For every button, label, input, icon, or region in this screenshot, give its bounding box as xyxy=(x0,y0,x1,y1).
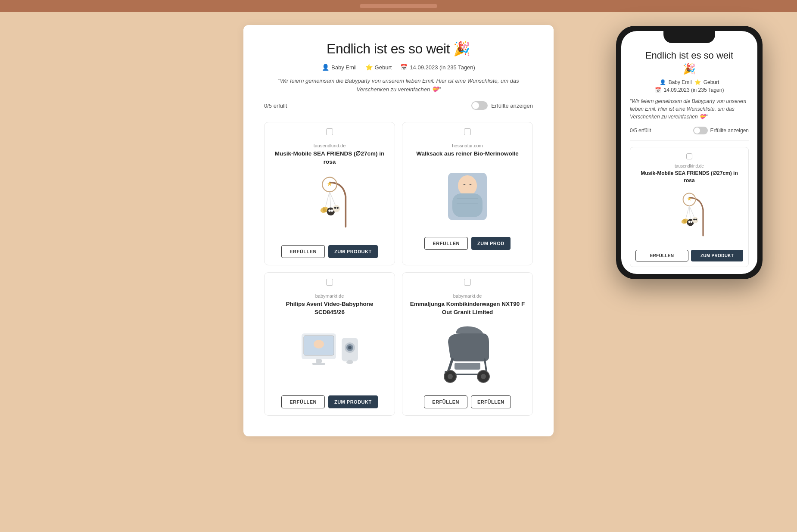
product-source-stroller: babymarkt.de xyxy=(409,293,526,299)
phone-toggle-label: Erfüllte anzeigen xyxy=(710,128,749,134)
product-name-music-mobile: Musik-Mobile SEA FRIENDS (∅27cm) in rosa xyxy=(271,150,388,166)
card-description: "Wir feiern gemeinsam die Babyparty von … xyxy=(264,77,533,93)
phone-person-icon: 👤 xyxy=(660,79,666,85)
zum-produkt-button-music-mobile[interactable]: ZUM PRODUKT xyxy=(328,245,378,258)
svg-rect-21 xyxy=(314,348,324,355)
phone-product-card: tausendkind.de Musik-Mobile SEA FRIENDS … xyxy=(630,147,749,267)
product-image-babyphone xyxy=(271,322,388,389)
svg-point-11 xyxy=(336,207,339,209)
phone-calendar-icon: 📅 xyxy=(655,87,661,93)
phone-meta: 👤 Baby Emil ⭐ Geburt 📅 14.09.2023 (in 23… xyxy=(630,79,749,93)
svg-point-47 xyxy=(693,218,695,220)
product-source-walksack: hessnatur.com xyxy=(409,143,526,148)
phone-product-actions: ERFÜLLEN ZUM PRODUKT xyxy=(635,250,743,261)
star-icon: ⭐ xyxy=(365,64,373,71)
phone-product-source: tausendkind.de xyxy=(635,164,743,168)
zum-produkt-button-walksack[interactable]: ZUM PROD xyxy=(471,237,511,250)
phone-header: Endlich ist es so weit 🎉 xyxy=(630,50,749,75)
svg-point-46 xyxy=(692,217,698,223)
product-checkbox-stroller[interactable] xyxy=(464,279,471,286)
zum-produkt-button-babyphone[interactable]: ZUM PRODUKT xyxy=(328,395,378,408)
phone-emoji: 🎉 xyxy=(630,63,749,75)
svg-point-8 xyxy=(331,209,333,212)
phone-notch xyxy=(663,31,715,43)
product-actions-music-mobile: ERFÜLLEN ZUM PRODUKT xyxy=(271,245,388,258)
phone-fulfilled-toggle[interactable] xyxy=(693,127,708,134)
svg-point-7 xyxy=(328,209,331,212)
svg-line-1 xyxy=(326,192,330,207)
meta-date-label: 14.09.2023 (in 235 Tagen) xyxy=(410,64,475,71)
product-checkbox-babyphone[interactable] xyxy=(326,279,333,286)
svg-rect-30 xyxy=(348,360,352,363)
svg-line-38 xyxy=(686,205,689,218)
svg-rect-15 xyxy=(452,193,483,217)
phone-description: "Wir feiern gemeinsam die Babyparty von … xyxy=(630,97,749,121)
erfuellen-button-music-mobile[interactable]: ERFÜLLEN xyxy=(281,245,325,258)
product-card-music-mobile: tausendkind.de Musik-Mobile SEA FRIENDS … xyxy=(264,122,395,265)
main-card: Endlich ist es so weit 🎉 👤 Baby Emil ⭐ G… xyxy=(243,25,554,436)
product-checkbox-walksack[interactable] xyxy=(464,128,471,135)
phone-progress-label: 0/5 erfüllt xyxy=(630,128,651,134)
phone-meta-name: Baby Emil xyxy=(669,79,692,85)
progress-label: 0/5 erfüllt xyxy=(264,103,287,109)
phone-inner: Endlich ist es so weit 🎉 👤 Baby Emil ⭐ G… xyxy=(621,31,757,274)
svg-rect-23 xyxy=(316,359,322,363)
meta-date: 📅 14.09.2023 (in 235 Tagen) xyxy=(400,64,475,71)
toggle-label: Erfüllte anzeigen xyxy=(491,103,533,109)
card-meta: 👤 Baby Emil ⭐ Geburt 📅 14.09.2023 (in 23… xyxy=(264,64,533,71)
phone-meta-date-row: 📅 14.09.2023 (in 235 Tagen) xyxy=(655,87,724,93)
meta-name: 👤 Baby Emil xyxy=(322,64,357,71)
product-image-music-mobile xyxy=(271,171,388,238)
svg-point-44 xyxy=(688,221,691,223)
calendar-icon: 📅 xyxy=(400,64,408,71)
svg-point-28 xyxy=(348,346,352,349)
product-card-babyphone: babymarkt.de Philips Avent Video-Babypho… xyxy=(264,272,395,416)
zum-produkt-button-stroller-2[interactable]: ERFÜLLEN xyxy=(471,395,511,408)
phone-erfuellen-button[interactable]: ERFÜLLEN xyxy=(635,250,688,261)
product-name-walksack: Walksack aus reiner Bio-Merinowolle xyxy=(409,150,526,158)
product-actions-stroller: ERFÜLLEN ERFÜLLEN xyxy=(409,395,526,408)
erfuellen-button-babyphone[interactable]: ERFÜLLEN xyxy=(281,395,325,408)
card-header: Endlich ist es so weit 🎉 xyxy=(264,40,533,57)
product-image-walksack xyxy=(409,163,526,230)
phone-content: Endlich ist es so weit 🎉 👤 Baby Emil ⭐ G… xyxy=(621,43,757,274)
phone-title: Endlich ist es so weit xyxy=(630,50,749,61)
svg-point-48 xyxy=(695,218,697,220)
fulfilled-toggle[interactable] xyxy=(471,101,488,110)
phone-product-checkbox[interactable] xyxy=(686,153,692,159)
svg-point-9 xyxy=(333,205,340,212)
phone-zum-produkt-button[interactable]: ZUM PRODUKT xyxy=(691,250,743,261)
top-bar xyxy=(0,0,797,12)
meta-name-label: Baby Emil xyxy=(331,64,357,71)
phone-mockup: Endlich ist es so weit 🎉 👤 Baby Emil ⭐ G… xyxy=(616,26,763,279)
product-source-music-mobile: tausendkind.de xyxy=(271,143,388,148)
top-bar-pill xyxy=(360,4,437,8)
phone-meta-name-row: 👤 Baby Emil ⭐ Geburt xyxy=(660,79,719,85)
page-title: Endlich ist es so weit 🎉 xyxy=(264,40,533,57)
product-actions-walksack: ERFÜLLEN ZUM PROD xyxy=(409,237,526,250)
progress-row: 0/5 erfüllt Erfüllte anzeigen xyxy=(264,101,533,110)
phone-product-image xyxy=(635,189,743,245)
erfuellen-button-walksack[interactable]: ERFÜLLEN xyxy=(424,237,468,250)
product-name-stroller: Emmaljunga Kombikinderwagen NXT90 F Out … xyxy=(409,300,526,317)
svg-point-35 xyxy=(481,374,486,379)
svg-point-45 xyxy=(690,221,692,223)
meta-event-label: Geburt xyxy=(375,64,392,71)
product-image-stroller xyxy=(409,322,526,389)
product-grid: tausendkind.de Musik-Mobile SEA FRIENDS … xyxy=(264,122,533,416)
svg-rect-24 xyxy=(312,363,325,365)
product-card-walksack: hessnatur.com Walksack aus reiner Bio-Me… xyxy=(402,122,533,265)
product-checkbox-music-mobile[interactable] xyxy=(326,128,333,135)
svg-point-14 xyxy=(458,175,477,196)
svg-rect-36 xyxy=(455,363,480,370)
svg-point-10 xyxy=(334,207,336,209)
phone-star-icon: ⭐ xyxy=(694,79,701,85)
erfuellen-button-stroller[interactable]: ERFÜLLEN xyxy=(424,395,467,408)
phone-outer: Endlich ist es so weit 🎉 👤 Baby Emil ⭐ G… xyxy=(616,26,763,279)
product-actions-babyphone: ERFÜLLEN ZUM PRODUKT xyxy=(271,395,388,408)
toggle-row: Erfüllte anzeigen xyxy=(471,101,533,110)
phone-toggle-row: Erfüllte anzeigen xyxy=(693,127,749,134)
product-name-babyphone: Philips Avent Video-Babyphone SCD845/26 xyxy=(271,300,388,317)
svg-point-20 xyxy=(314,340,324,348)
phone-progress-row: 0/5 erfüllt Erfüllte anzeigen xyxy=(630,127,749,141)
